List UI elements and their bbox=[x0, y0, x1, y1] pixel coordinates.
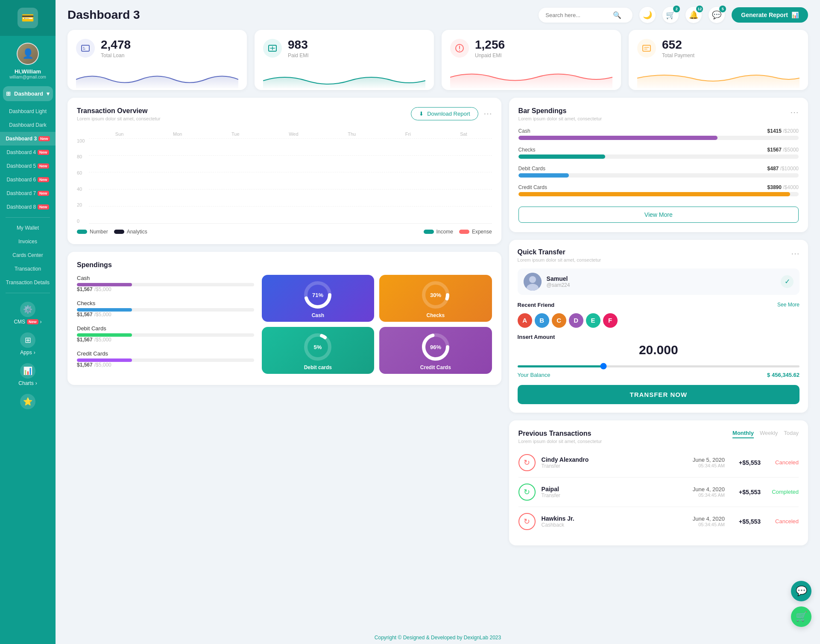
sidebar-item-dashboard3[interactable]: Dashboard 3 New bbox=[0, 132, 56, 146]
bell-icon: 🔔 bbox=[689, 10, 698, 20]
dashboard-btn-label: Dashboard bbox=[14, 90, 43, 97]
transaction-overview-title: Transaction Overview bbox=[77, 107, 161, 115]
tx-status-3: Canceled bbox=[767, 518, 799, 525]
unpaid-emi-wave bbox=[450, 64, 612, 88]
chart-legend: Number Analytics Income bbox=[77, 229, 492, 235]
spending-credit: Credit Cards $1,567 /$5,000 bbox=[77, 350, 254, 368]
donut-credit-chart: 96% bbox=[421, 332, 451, 362]
sidebar-item-dashboard-dark[interactable]: Dashboard Dark bbox=[0, 118, 56, 132]
content-right: Bar Spendings Lorem ipsum dolor sit amet… bbox=[509, 98, 808, 622]
download-btn-label: Download Report bbox=[427, 111, 470, 117]
charts-label: Charts bbox=[18, 380, 33, 386]
sidebar-item-dashboard5[interactable]: Dashboard 5 New bbox=[0, 159, 56, 173]
spendings-list: Cash $1,567 /$5,000 Checks $1,567 /$5,00… bbox=[77, 275, 254, 376]
sidebar-item-transaction-details[interactable]: Transaction Details bbox=[0, 276, 56, 289]
sidebar-item-star[interactable]: ⭐ bbox=[0, 389, 56, 414]
sidebar-item-dashboard6[interactable]: Dashboard 6 New bbox=[0, 173, 56, 186]
legend-income: Income bbox=[424, 229, 453, 235]
sidebar-dashboard-btn[interactable]: ⊞ Dashboard ▾ bbox=[3, 86, 53, 101]
stat-total-loan: 2,478 Total Loan bbox=[67, 30, 247, 90]
fab-container: 💬 🛒 bbox=[791, 581, 811, 627]
cart-fab[interactable]: 🛒 bbox=[791, 606, 811, 627]
svg-rect-3 bbox=[643, 45, 650, 51]
more-options-btn[interactable]: ⋯ bbox=[483, 108, 492, 119]
notification-btn[interactable]: 🔔 12 bbox=[685, 7, 702, 23]
donut-cash-chart: 71% bbox=[303, 280, 333, 310]
friend-avatar-2: B bbox=[535, 313, 549, 328]
view-more-button[interactable]: View More bbox=[518, 207, 799, 223]
svg-text:30%: 30% bbox=[430, 292, 441, 298]
total-loan-value: 2,478 bbox=[101, 38, 131, 52]
stats-row: 2,478 Total Loan 983 Paid EMI bbox=[56, 30, 820, 98]
spending-checks: Checks $1,567 /$5,000 bbox=[77, 300, 254, 318]
search-box: 🔍 bbox=[539, 8, 633, 23]
tx-date-1: June 5, 2020 05:34:45 AM bbox=[693, 457, 725, 468]
sidebar-item-charts[interactable]: 📊 Charts › bbox=[0, 358, 56, 389]
friend-avatar-1: A bbox=[518, 313, 532, 328]
tx-icon-canceled-1: ↻ bbox=[518, 454, 536, 471]
quick-transfer-more-btn[interactable]: ⋯ bbox=[791, 248, 800, 259]
generate-report-button[interactable]: Generate Report 📊 bbox=[732, 7, 808, 23]
legend-number: Number bbox=[77, 229, 108, 235]
charts-icon: 📊 bbox=[20, 363, 35, 379]
bar-spendings-more-btn[interactable]: ⋯ bbox=[790, 107, 799, 117]
amount-display: 20.000 bbox=[518, 343, 800, 357]
bar-spendings-title: Bar Spendings bbox=[518, 107, 602, 115]
sidebar-item-invoices[interactable]: Invoices bbox=[0, 235, 56, 248]
sidebar-item-apps[interactable]: ⊞ Apps › bbox=[0, 327, 56, 358]
quick-transfer-title: Quick Transfer bbox=[518, 248, 601, 256]
quick-transfer-subtitle: Lorem ipsum dolor sit amet, consectetur bbox=[518, 257, 601, 262]
chart-bars-area bbox=[89, 138, 492, 224]
spending-debit: Debit Cards $1,567 /$5,000 bbox=[77, 325, 254, 343]
sidebar-dashboard-section: ⊞ Dashboard ▾ bbox=[0, 85, 56, 103]
spending-cash: Cash $1,567 /$5,000 bbox=[77, 275, 254, 292]
sidebar-item-cards[interactable]: Cards Center bbox=[0, 248, 56, 262]
apps-label: Apps bbox=[20, 350, 32, 356]
messages-btn[interactable]: 💬 5 bbox=[709, 7, 725, 23]
paid-emi-value: 983 bbox=[288, 38, 309, 52]
donut-row-1: 71% Cash 30% Che bbox=[262, 275, 492, 322]
tx-amount-2: +$5,553 bbox=[731, 489, 761, 495]
stat-total-payment: 652 Total Payment bbox=[629, 30, 808, 90]
donut-cash-label: Cash bbox=[312, 312, 324, 318]
total-payment-value: 652 bbox=[662, 38, 694, 52]
donut-checks-chart: 30% bbox=[421, 280, 451, 310]
amount-slider[interactable] bbox=[518, 365, 800, 367]
transaction-overview-card: Transaction Overview Lorem ipsum dolor s… bbox=[67, 98, 501, 244]
contact-check-icon: ✓ bbox=[781, 275, 794, 288]
sidebar-item-dashboard4[interactable]: Dashboard 4 New bbox=[0, 146, 56, 159]
sidebar-item-transaction[interactable]: Transaction bbox=[0, 262, 56, 276]
sidebar-item-wallet[interactable]: My Wallet bbox=[0, 221, 56, 235]
search-input[interactable] bbox=[545, 12, 609, 18]
cms-chevron-icon: › bbox=[40, 319, 42, 325]
legend-analytics: Analytics bbox=[114, 229, 147, 235]
tx-date-2: June 4, 2020 05:34:45 AM bbox=[693, 486, 725, 498]
support-fab[interactable]: 💬 bbox=[791, 581, 811, 601]
download-report-button[interactable]: ⬇ Download Report bbox=[411, 107, 478, 120]
tab-monthly[interactable]: Monthly bbox=[732, 430, 754, 438]
sidebar-item-dashboard7[interactable]: Dashboard 7 New bbox=[0, 186, 56, 200]
balance-label: Your Balance bbox=[518, 372, 551, 378]
cart-btn[interactable]: 🛒 2 bbox=[662, 7, 679, 23]
see-more-link[interactable]: See More bbox=[777, 302, 800, 308]
sidebar-item-dashboard-light[interactable]: Dashboard Light bbox=[0, 105, 56, 118]
wallet-icon: 💳 bbox=[18, 8, 38, 28]
tab-today[interactable]: Today bbox=[784, 430, 799, 438]
sidebar-item-dashboard8[interactable]: Dashboard 8 New bbox=[0, 200, 56, 214]
sidebar-item-cms[interactable]: ⚙️ CMS New › bbox=[0, 297, 56, 327]
recent-friend-label: Recent Friend bbox=[518, 302, 555, 308]
transfer-now-button[interactable]: TRANSFER NOW bbox=[518, 385, 800, 404]
contact-handle: @sam224 bbox=[547, 282, 570, 288]
total-payment-label: Total Payment bbox=[662, 52, 694, 58]
balance-amount: $ 456,345.62 bbox=[767, 372, 800, 378]
tab-weekly[interactable]: Weekly bbox=[760, 430, 778, 438]
footer-brand: DexignLab bbox=[464, 635, 488, 641]
main-content: Dashboard 3 🔍 🌙 🛒 2 🔔 12 💬 5 Generate Re… bbox=[56, 0, 820, 644]
stat-unpaid-emi: 1,256 Unpaid EMI bbox=[442, 30, 621, 90]
donut-debit-chart: 5% bbox=[303, 332, 333, 362]
content-left: Transaction Overview Lorem ipsum dolor s… bbox=[67, 98, 501, 622]
sidebar-logo: 💳 bbox=[0, 0, 56, 36]
chart-y-axis: 020406080100 bbox=[77, 138, 89, 224]
theme-toggle-btn[interactable]: 🌙 bbox=[639, 7, 656, 23]
svg-text:96%: 96% bbox=[430, 344, 441, 350]
